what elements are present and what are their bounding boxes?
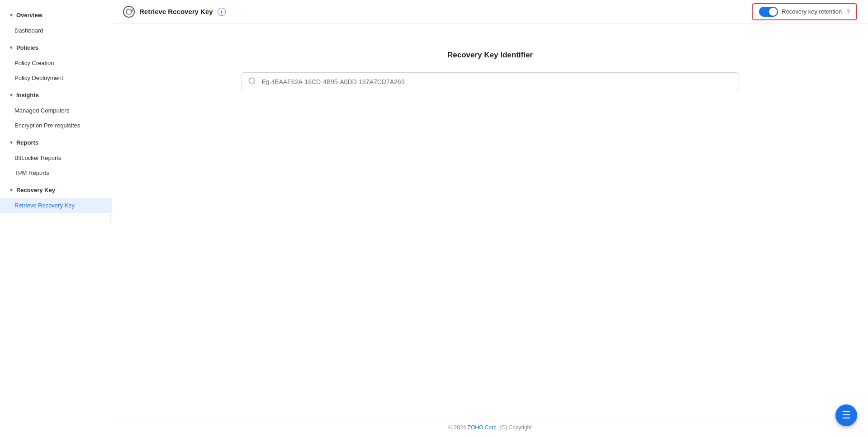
sidebar-section-overview: ▼ Overview Dashboard xyxy=(0,7,112,38)
chevron-down-icon: ▼ xyxy=(9,140,14,145)
fab-button[interactable]: ☰ xyxy=(835,404,857,426)
sidebar-section-label-insights: Insights xyxy=(16,92,39,99)
chevron-down-icon: ▼ xyxy=(9,188,14,193)
refresh-icon xyxy=(123,6,135,18)
sidebar-section-insights: ▼ Insights Managed Computers Encryption … xyxy=(0,87,112,133)
recovery-key-identifier-input[interactable] xyxy=(242,72,739,91)
sidebar-item-policy-creation[interactable]: Policy Creation xyxy=(0,56,112,70)
sidebar-section-header-policies[interactable]: ▼ Policies xyxy=(0,40,112,56)
sidebar-item-bitlocker-reports[interactable]: BitLocker Reports xyxy=(0,150,112,165)
topbar-right-toggle-container: Recovery key retention ? xyxy=(752,3,857,20)
footer-zoho-link[interactable]: ZOHO Corp. xyxy=(468,424,498,431)
sidebar-item-tpm-reports[interactable]: TPM Reports xyxy=(0,165,112,180)
chevron-down-icon: ▼ xyxy=(9,13,14,18)
sidebar-section-label-overview: Overview xyxy=(16,12,43,19)
footer-copyright-text2: (C) Copyright xyxy=(499,424,531,431)
sidebar-section-header-reports[interactable]: ▼ Reports xyxy=(0,135,112,150)
page-content: Recovery Key Identifier xyxy=(112,23,868,418)
svg-line-1 xyxy=(253,82,255,84)
topbar: Retrieve Recovery Key i Recovery key ret… xyxy=(112,0,868,23)
recovery-key-retention-toggle[interactable] xyxy=(759,7,778,17)
main-content: Retrieve Recovery Key i Recovery key ret… xyxy=(112,0,868,437)
recovery-key-retention-toggle-group: Recovery key retention xyxy=(759,7,842,17)
sidebar-section-header-recovery-key[interactable]: ▼ Recovery Key xyxy=(0,182,112,198)
sidebar-item-encryption-prerequisites[interactable]: Encryption Pre-requisites xyxy=(0,118,112,133)
sidebar-resize-handle[interactable] xyxy=(109,0,112,437)
sidebar-section-header-insights[interactable]: ▼ Insights xyxy=(0,87,112,103)
sidebar: ▼ Overview Dashboard ▼ Policies Policy C… xyxy=(0,0,112,437)
sidebar-item-policy-deployment[interactable]: Policy Deployment xyxy=(0,70,112,85)
sidebar-section-recovery-key: ▼ Recovery Key Retrieve Recovery Key xyxy=(0,182,112,213)
search-container xyxy=(242,72,739,91)
footer: © 2024 ZOHO Corp. (C) Copyright xyxy=(112,418,868,437)
sidebar-item-dashboard[interactable]: Dashboard xyxy=(0,23,112,38)
sidebar-section-label-recovery-key: Recovery Key xyxy=(16,187,55,193)
question-mark-icon[interactable]: ? xyxy=(846,8,850,15)
sidebar-section-policies: ▼ Policies Policy Creation Policy Deploy… xyxy=(0,40,112,85)
sidebar-item-managed-computers[interactable]: Managed Computers xyxy=(0,103,112,118)
sidebar-section-reports: ▼ Reports BitLocker Reports TPM Reports xyxy=(0,135,112,180)
menu-icon: ☰ xyxy=(842,410,851,420)
topbar-title: Retrieve Recovery Key xyxy=(139,8,213,15)
search-icon xyxy=(248,77,256,87)
sidebar-section-label-reports: Reports xyxy=(16,139,38,146)
info-icon[interactable]: i xyxy=(218,8,226,16)
footer-copyright-text: © 2024 xyxy=(448,424,467,431)
chevron-down-icon: ▼ xyxy=(9,45,14,50)
chevron-down-icon: ▼ xyxy=(9,93,14,98)
section-title: Recovery Key Identifier xyxy=(447,51,533,60)
topbar-left: Retrieve Recovery Key i xyxy=(123,6,226,18)
toggle-label: Recovery key retention xyxy=(782,8,842,15)
sidebar-section-label-policies: Policies xyxy=(16,44,38,51)
sidebar-item-retrieve-recovery-key[interactable]: Retrieve Recovery Key xyxy=(0,198,112,213)
sidebar-section-header-overview[interactable]: ▼ Overview xyxy=(0,7,112,23)
